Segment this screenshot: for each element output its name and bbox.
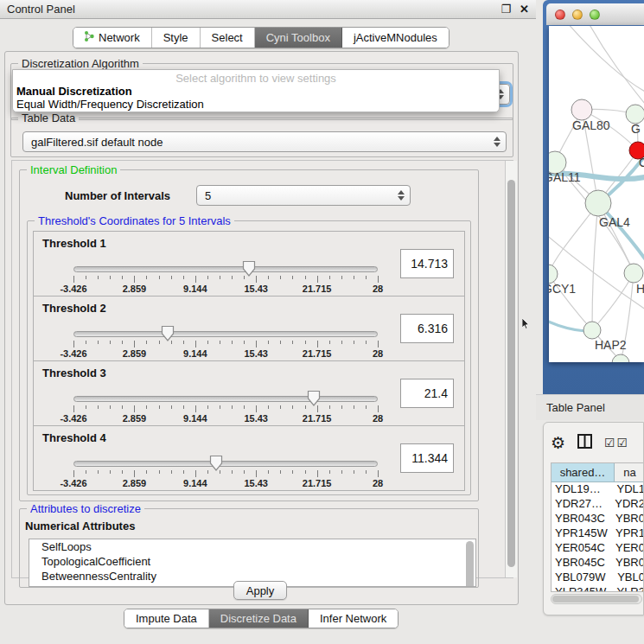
algorithm-prompt-item[interactable]: Select algorithm to view settings [13, 70, 499, 85]
algorithm-item-equal-width[interactable]: Equal Width/Frequency Discretization [13, 98, 499, 111]
network-edge-thick[interactable] [549, 320, 585, 331]
table-panel-header[interactable]: Table Panel [536, 394, 644, 420]
network-edge[interactable] [592, 203, 598, 330]
slider-track[interactable] [73, 396, 378, 402]
cell-name[interactable]: YBR0 [610, 512, 644, 526]
network-node-gal80[interactable] [571, 99, 592, 120]
node-table[interactable]: shared… na YDL19…YDL1YDR27…YDR2YBR043CYB… [551, 462, 644, 592]
attribute-list-item[interactable]: TopologicalCoefficient [29, 554, 475, 569]
slider-track[interactable] [73, 461, 378, 467]
network-window-titlebar[interactable] [546, 3, 644, 25]
tab-jactivemnodules[interactable]: jActiveMNodules [342, 28, 449, 48]
numerical-attributes-label: Numerical Attributes [25, 520, 135, 532]
table-data-combobox[interactable]: galFiltered.sif default node [22, 131, 507, 152]
tab-impute-data[interactable]: Impute Data [124, 609, 209, 628]
cell-name[interactable]: YBR0 [610, 556, 644, 571]
tab-discretize-data-label: Discretize Data [220, 612, 296, 625]
network-node[interactable] [612, 354, 629, 362]
table-row[interactable]: YDL19…YDL1 [552, 482, 644, 497]
table-horizontal-scrollbar[interactable] [551, 594, 642, 604]
network-edge[interactable] [588, 26, 644, 108]
settings-vertical-scrollbar[interactable] [505, 161, 517, 577]
float-window-icon[interactable]: ❐ [501, 3, 511, 15]
table-row[interactable]: YLR345WYLR3 [552, 585, 644, 592]
table-row[interactable]: YBR045CYBR0 [552, 556, 644, 571]
close-window-icon[interactable]: ✕ [520, 3, 529, 15]
cell-shared-name[interactable]: YBR043C [552, 512, 610, 526]
tab-network[interactable]: Network [73, 28, 152, 48]
cell-shared-name[interactable]: YBR045C [552, 556, 610, 571]
apply-button[interactable]: Apply [233, 581, 287, 600]
number-of-intervals-spinner[interactable]: 5 [196, 185, 411, 206]
cell-shared-name[interactable]: YDR27… [552, 497, 609, 512]
tab-cyni-toolbox[interactable]: Cyni Toolbox [255, 28, 342, 48]
threshold-1-slider[interactable]: -3.4262.8599.14415.4321.71528 [73, 265, 378, 294]
tab-network-label: Network [99, 31, 140, 44]
numerical-attributes-list[interactable]: SelfLoopsTopologicalCoefficientBetweenne… [29, 539, 476, 587]
tab-infer-network[interactable]: Infer Network [309, 609, 398, 628]
threshold-3-value-field[interactable]: 21.4 [400, 379, 454, 408]
cell-name[interactable]: YBL0 [612, 571, 644, 585]
threshold-3-slider[interactable]: -3.4262.8599.14415.4321.71528 [73, 394, 378, 424]
tab-select[interactable]: Select [201, 28, 255, 48]
table-data-title: Table Data [18, 112, 79, 124]
spinner-arrows-icon [398, 186, 405, 205]
scrollbar-thumb[interactable] [507, 180, 515, 567]
cell-name[interactable]: YPR1 [610, 526, 644, 541]
select-columns-icon[interactable]: ☑☑ [604, 437, 629, 449]
tab-discretize-data[interactable]: Discretize Data [209, 609, 309, 628]
algorithm-item-manual[interactable]: Manual Discretization [13, 85, 499, 98]
attributes-list-scrollbar[interactable] [466, 541, 474, 587]
gear-icon[interactable]: ⚙ [551, 435, 565, 451]
cell-name[interactable]: YDR2 [609, 497, 644, 512]
threshold-1-value-field[interactable]: 14.713 [400, 249, 454, 278]
slider-thumb[interactable] [242, 260, 256, 277]
slider-thumb[interactable] [161, 325, 175, 342]
column-layout-icon[interactable] [577, 434, 592, 452]
network-node-g[interactable] [626, 105, 644, 124]
cell-name[interactable]: YLR3 [611, 585, 644, 592]
mouse-cursor [522, 317, 530, 333]
tab-style[interactable]: Style [152, 28, 201, 48]
attribute-list-item[interactable]: SelfLoops [29, 539, 475, 554]
slider-track[interactable] [73, 331, 378, 337]
network-node-hap2[interactable] [583, 322, 601, 339]
table-row[interactable]: YBL079WYBL0 [552, 571, 644, 585]
close-traffic-light-icon[interactable] [555, 10, 565, 20]
network-edge[interactable] [592, 273, 634, 330]
cell-shared-name[interactable]: YDL19… [552, 482, 611, 497]
threshold-4-slider[interactable]: -3.4262.8599.14415.4321.71528 [73, 459, 378, 488]
column-header-shared-name[interactable]: shared… [552, 463, 615, 481]
network-view-window[interactable]: GAL80GCGAL11GAL4GCY1HHAP2 [543, 0, 644, 394]
slider-track[interactable] [73, 266, 378, 272]
cell-shared-name[interactable]: YBL079W [552, 571, 612, 585]
zoom-traffic-light-icon[interactable] [590, 10, 600, 20]
cell-shared-name[interactable]: YPR145W [552, 526, 610, 541]
slider-thumb[interactable] [307, 390, 321, 407]
minimize-traffic-light-icon[interactable] [572, 10, 583, 20]
table-row[interactable]: YBR043CYBR0 [552, 512, 644, 526]
table-row[interactable]: YPR145WYPR1 [552, 526, 644, 541]
network-node-gal4[interactable] [585, 190, 611, 216]
cell-name[interactable]: YER0 [610, 541, 644, 556]
attributes-title: Attributes to discretize [27, 502, 144, 515]
network-node-label: GAL80 [572, 118, 610, 132]
table-row[interactable]: YDR27…YDR2 [552, 497, 644, 512]
cell-shared-name[interactable]: YLR345W [552, 585, 611, 592]
network-node-h[interactable] [624, 264, 643, 283]
cell-name[interactable]: YDL1 [611, 482, 644, 497]
threshold-4-value-field[interactable]: 11.344 [400, 443, 454, 473]
control-panel-titlebar[interactable]: Control Panel ❐ ✕ [0, 0, 536, 19]
column-header-name[interactable]: na [615, 463, 644, 481]
discretization-algorithm-title: Discretization Algorithm [18, 57, 143, 70]
threshold-2-value-field[interactable]: 6.316 [400, 314, 454, 343]
network-node-gcy1[interactable] [549, 265, 558, 284]
network-canvas[interactable]: GAL80GCGAL11GAL4GCY1HHAP2 [549, 26, 644, 362]
threshold-4-label: Threshold 4 [42, 431, 106, 444]
table-row[interactable]: YER054CYER0 [552, 541, 644, 556]
hscroll-thumb[interactable] [552, 596, 639, 603]
slider-thumb[interactable] [209, 455, 223, 472]
threshold-2-slider[interactable]: -3.4262.8599.14415.4321.71528 [73, 329, 378, 359]
cell-shared-name[interactable]: YER054C [552, 541, 610, 556]
network-edge[interactable] [566, 26, 644, 93]
